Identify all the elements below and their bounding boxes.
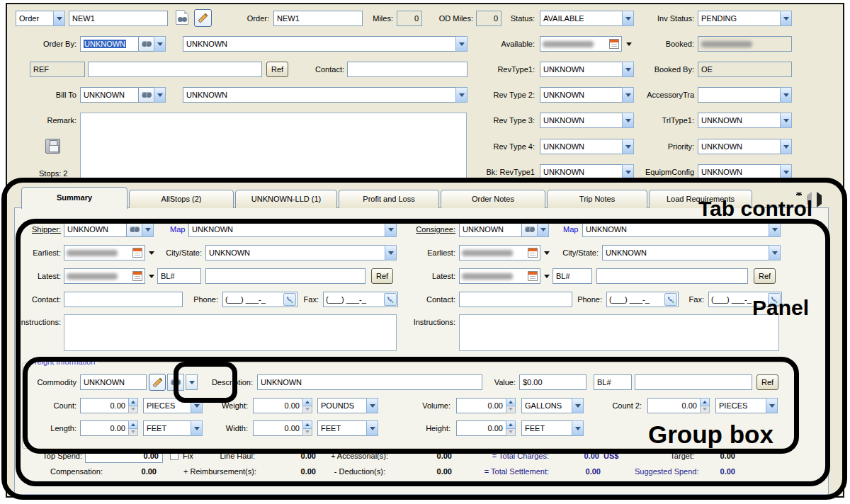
shipper-phone-field[interactable]: (___) ___-_: [222, 292, 298, 307]
ref-button[interactable]: Ref: [266, 62, 288, 77]
width-stepper[interactable]: 0.00: [253, 420, 312, 436]
chevron-down-icon[interactable]: [572, 420, 584, 436]
freight-bl-input[interactable]: [635, 374, 752, 390]
priority-dropdown[interactable]: UNKNOWN: [698, 139, 792, 154]
order-number-input[interactable]: NEW1: [69, 11, 168, 26]
consignee-city-state-dropdown[interactable]: UNKNOWN: [602, 245, 781, 260]
chevron-down-icon[interactable]: [766, 398, 778, 413]
edit-pencil-button[interactable]: [194, 9, 212, 27]
chevron-down-button[interactable]: [186, 374, 198, 390]
document-search-icon[interactable]: [176, 10, 188, 25]
spin-down-icon[interactable]: [128, 406, 138, 414]
shipper-fax-field[interactable]: (___) ___-_: [323, 292, 398, 307]
binoculars-search-button[interactable]: [167, 374, 184, 391]
accessorytra-dropdown[interactable]: [698, 87, 792, 103]
consignee-contact-input[interactable]: [459, 292, 572, 307]
date-dropdown-arrow-icon[interactable]: [149, 251, 154, 255]
dial-phone-button[interactable]: [664, 293, 677, 306]
inv-status-dropdown[interactable]: PENDING: [698, 11, 792, 26]
length-stepper[interactable]: 0.00: [80, 420, 138, 436]
trltype1-dropdown[interactable]: UNKNOWN: [698, 113, 792, 128]
freight-ref-button[interactable]: Ref: [756, 374, 778, 390]
contact-input[interactable]: [347, 62, 468, 77]
chevron-down-icon[interactable]: [191, 398, 203, 413]
shipper-link[interactable]: Shipper:: [13, 222, 61, 237]
weight-stepper[interactable]: 0.00: [253, 398, 312, 413]
edit-pencil-button[interactable]: [149, 374, 166, 391]
available-date-field[interactable]: [540, 36, 622, 52]
dial-phone-button[interactable]: [283, 293, 296, 306]
chevron-down-icon[interactable]: [191, 420, 203, 436]
chevron-down-icon[interactable]: [53, 11, 65, 26]
spin-up-icon[interactable]: [302, 398, 312, 406]
shipper-city-state-dropdown[interactable]: UNKNOWN: [205, 245, 397, 260]
spin-down-icon[interactable]: [700, 406, 710, 414]
consignee-link[interactable]: Consignee:: [394, 222, 455, 237]
order-by-name-dropdown[interactable]: UNKNOWN: [183, 36, 468, 52]
ref-value-input[interactable]: [88, 62, 262, 77]
status-dropdown[interactable]: AVAILABLE: [540, 11, 634, 26]
count2-stepper[interactable]: 0.00: [647, 398, 710, 413]
binoculars-search-button[interactable]: [138, 87, 154, 103]
count2-unit-dropdown[interactable]: PIECES: [715, 398, 778, 413]
shipper-map-link[interactable]: Map: [170, 222, 188, 237]
spin-up-icon[interactable]: [128, 420, 138, 429]
consignee-ref-button[interactable]: Ref: [754, 268, 776, 284]
spin-up-icon[interactable]: [506, 398, 516, 406]
commodity-input[interactable]: UNKNOWN: [80, 374, 147, 390]
weight-unit-dropdown[interactable]: POUNDS: [317, 398, 378, 413]
shipper-ref-button[interactable]: Ref: [371, 268, 393, 284]
height-unit-dropdown[interactable]: FEET: [521, 420, 584, 436]
width-unit-dropdown[interactable]: FEET: [317, 420, 378, 436]
shipper-name-dropdown[interactable]: UNKNOWN: [188, 222, 397, 237]
spin-down-icon[interactable]: [128, 429, 138, 437]
shipper-bl-input[interactable]: [205, 268, 366, 284]
scroll-right-icon[interactable]: [817, 195, 822, 204]
bill-to-name-dropdown[interactable]: UNKNOWN: [183, 87, 468, 103]
bill-to-lookup[interactable]: UNKNOWN: [80, 87, 166, 103]
calendar-icon[interactable]: [132, 248, 142, 258]
consignee-name-dropdown[interactable]: UNKNOWN: [582, 222, 781, 237]
shipper-lookup[interactable]: UNKNOWN: [64, 222, 154, 237]
count-unit-dropdown[interactable]: PIECES: [143, 398, 203, 413]
volume-stepper[interactable]: 0.00: [456, 398, 516, 413]
count-stepper[interactable]: 0.00: [80, 398, 138, 413]
spin-up-icon[interactable]: [506, 420, 516, 429]
spin-up-icon[interactable]: [302, 420, 312, 429]
fix-checkbox[interactable]: [170, 452, 178, 460]
spin-up-icon[interactable]: [128, 398, 138, 406]
chevron-down-icon[interactable]: [366, 420, 378, 436]
scroll-left-icon[interactable]: [807, 195, 812, 204]
tab-order-notes[interactable]: Order Notes: [441, 190, 545, 208]
length-unit-dropdown[interactable]: FEET: [143, 420, 203, 436]
shipper-instructions-textarea[interactable]: [64, 314, 397, 351]
consignee-bl-input[interactable]: [596, 268, 748, 284]
shipper-latest-date[interactable]: [64, 268, 145, 284]
tab-allstops[interactable]: AllStops (2): [129, 190, 234, 208]
consignee-lookup[interactable]: UNKNOWN: [459, 222, 549, 237]
tab-trip-notes[interactable]: Trip Notes: [547, 190, 647, 208]
shipper-earliest-date[interactable]: [64, 245, 145, 260]
chevron-down-icon[interactable]: [154, 87, 166, 103]
tab-profit-and-loss[interactable]: Profit and Loss: [339, 190, 439, 208]
freight-bl-type-box[interactable]: BL#: [594, 374, 632, 390]
chevron-down-icon[interactable]: [769, 245, 781, 260]
tab-load-requirements[interactable]: Load Requirements: [649, 190, 752, 208]
value-input[interactable]: $0.00: [519, 374, 586, 390]
binoculars-search-button[interactable]: [138, 36, 154, 52]
dial-fax-button[interactable]: [768, 293, 781, 306]
consignee-instructions-textarea[interactable]: [459, 314, 779, 351]
tab-summary[interactable]: Summary: [21, 187, 128, 209]
date-dropdown-arrow-icon[interactable]: [544, 275, 550, 278]
equipmconfig-dropdown[interactable]: UNKNOWN: [698, 164, 792, 180]
top-spend-field[interactable]: 0.00: [85, 449, 163, 463]
chevron-down-icon[interactable]: [572, 398, 584, 413]
order-field[interactable]: NEW1: [273, 11, 363, 26]
shipper-bl-type-box[interactable]: BL#: [157, 268, 201, 284]
chevron-down-icon[interactable]: [769, 222, 781, 237]
chevron-down-icon[interactable]: [537, 222, 549, 237]
date-dropdown-arrow-icon[interactable]: [544, 251, 550, 255]
consignee-map-link[interactable]: Map: [563, 222, 582, 237]
spin-down-icon[interactable]: [302, 429, 312, 437]
tab-unknown-lld[interactable]: UNKNOWN-LLD (1): [235, 190, 337, 208]
